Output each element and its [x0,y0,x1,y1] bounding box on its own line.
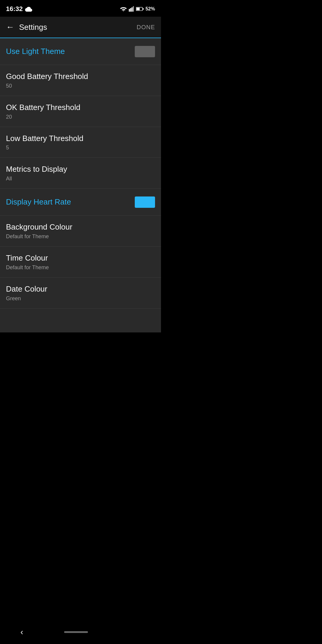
settings-item-low-battery-threshold[interactable]: Low Battery Threshold5 [0,127,161,158]
settings-item-content-use-light-theme: Use Light Theme [6,47,130,57]
signal-icon [129,6,134,12]
settings-item-content-low-battery-threshold: Low Battery Threshold5 [6,134,155,151]
settings-list: Use Light ThemeGood Battery Threshold50O… [0,38,161,332]
settings-item-title-display-heart-rate: Display Heart Rate [6,197,130,207]
status-bar: 16:32 52% [0,0,161,17]
settings-item-content-time-colour: Time ColourDefault for Theme [6,253,155,271]
battery-percent: 52% [145,6,155,12]
settings-item-subtitle-good-battery-threshold: 50 [6,83,155,89]
settings-item-background-colour[interactable]: Background ColourDefault for Theme [0,216,161,247]
settings-item-title-time-colour: Time Colour [6,253,155,263]
wifi-icon [120,6,127,12]
settings-item-subtitle-low-battery-threshold: 5 [6,145,155,151]
settings-item-content-ok-battery-threshold: OK Battery Threshold20 [6,103,155,120]
settings-item-title-metrics-to-display: Metrics to Display [6,164,155,174]
status-icons: 52% [120,6,155,12]
svg-rect-6 [136,8,140,10]
settings-item-title-date-colour: Date Colour [6,284,155,294]
settings-item-subtitle-ok-battery-threshold: 20 [6,114,155,120]
settings-item-title-ok-battery-threshold: OK Battery Threshold [6,103,155,113]
svg-rect-3 [133,6,134,12]
svg-rect-2 [131,7,133,12]
settings-item-subtitle-time-colour: Default for Theme [6,264,155,271]
toggle-use-light-theme[interactable] [135,46,155,57]
svg-rect-1 [130,8,131,12]
settings-item-good-battery-threshold[interactable]: Good Battery Threshold50 [0,65,161,96]
battery-icon [136,7,144,11]
settings-item-time-colour[interactable]: Time ColourDefault for Theme [0,247,161,278]
status-time: 16:32 [6,5,32,13]
settings-item-content-display-heart-rate: Display Heart Rate [6,197,130,207]
settings-item-ok-battery-threshold[interactable]: OK Battery Threshold20 [0,96,161,127]
svg-rect-5 [143,8,144,10]
done-button[interactable]: DONE [137,24,155,31]
settings-item-title-use-light-theme: Use Light Theme [6,47,130,57]
time-display: 16:32 [6,5,23,13]
svg-rect-0 [129,9,130,12]
page-title: Settings [19,23,137,32]
settings-item-title-background-colour: Background Colour [6,222,155,232]
settings-item-content-good-battery-threshold: Good Battery Threshold50 [6,72,155,89]
settings-item-title-low-battery-threshold: Low Battery Threshold [6,134,155,144]
settings-item-title-good-battery-threshold: Good Battery Threshold [6,72,155,82]
settings-item-metrics-to-display[interactable]: Metrics to DisplayAll [0,158,161,189]
settings-item-subtitle-background-colour: Default for Theme [6,233,155,240]
back-button[interactable]: ← [6,22,14,32]
toggle-display-heart-rate[interactable] [135,196,155,208]
header: ← Settings DONE [0,17,161,38]
settings-item-display-heart-rate[interactable]: Display Heart Rate [0,189,161,216]
settings-item-subtitle-metrics-to-display: All [6,176,155,182]
settings-item-subtitle-date-colour: Green [6,295,155,302]
settings-item-content-date-colour: Date ColourGreen [6,284,155,302]
settings-item-content-metrics-to-display: Metrics to DisplayAll [6,164,155,182]
cloud-icon [25,6,32,12]
settings-item-content-background-colour: Background ColourDefault for Theme [6,222,155,240]
settings-item-date-colour[interactable]: Date ColourGreen [0,278,161,309]
settings-item-use-light-theme[interactable]: Use Light Theme [0,38,161,65]
